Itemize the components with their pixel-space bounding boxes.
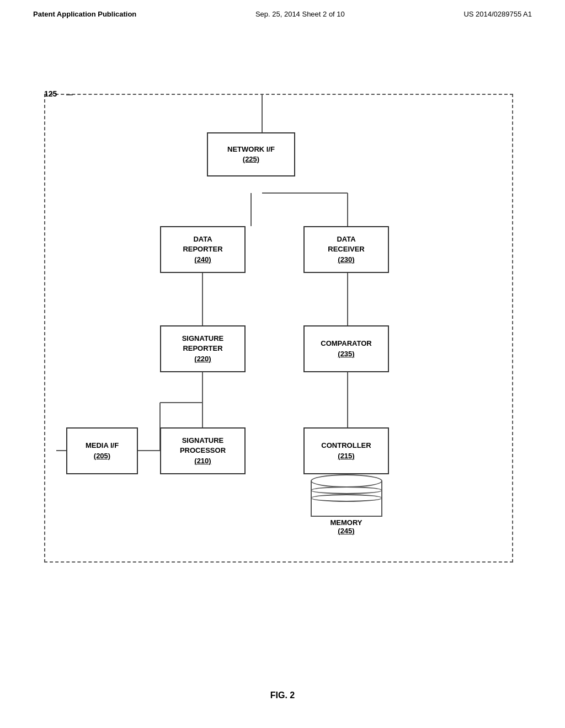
block-data-receiver: DATA RECEIVER (230)	[303, 226, 389, 273]
block-signature-reporter: SIGNATURE REPORTER (220)	[160, 325, 246, 372]
page-header: Patent Application Publication Sep. 25, …	[0, 0, 565, 18]
memory-label-ref: (245)	[330, 527, 362, 535]
memory-label-l1: MEMORY	[330, 518, 362, 527]
block-controller-ref: (215)	[338, 451, 354, 461]
block-data-reporter-l2: REPORTER	[183, 244, 222, 254]
cylinder-line2	[311, 494, 382, 502]
block-network-if-ref: (225)	[243, 154, 259, 164]
block-controller-l1: CONTROLLER	[321, 441, 371, 451]
block-comparator: COMPARATOR (235)	[303, 325, 389, 372]
block-network-if-label: NETWORK I/F	[227, 144, 275, 154]
figure-caption: FIG. 2	[0, 690, 565, 700]
label-arrow	[45, 89, 73, 100]
block-sig-proc-l1: SIGNATURE	[182, 436, 224, 446]
block-sig-reporter-l1: SIGNATURE	[182, 334, 224, 344]
block-data-reporter-ref: (240)	[194, 255, 211, 265]
block-data-reporter-l1: DATA	[193, 234, 212, 244]
block-data-receiver-l1: DATA	[337, 234, 355, 244]
diagram-area: 125 NETWORK I/F (225) DATA REPORTER (240…	[33, 77, 530, 601]
block-data-receiver-l2: RECEIVER	[328, 244, 364, 254]
memory-cylinder-shape	[311, 474, 382, 516]
block-sig-reporter-ref: (220)	[194, 354, 211, 364]
block-sig-proc-l2: PROCESSOR	[180, 446, 226, 456]
block-comparator-l1: COMPARATOR	[321, 339, 371, 349]
cylinder-line1	[311, 486, 382, 494]
block-sig-reporter-l2: REPORTER	[183, 344, 222, 354]
block-data-reporter: DATA REPORTER (240)	[160, 226, 246, 273]
block-sig-proc-ref: (210)	[194, 456, 211, 466]
cylinder-top	[311, 474, 382, 488]
header-publication-type: Patent Application Publication	[33, 10, 136, 18]
block-network-if: NETWORK I/F (225)	[207, 132, 295, 176]
block-signature-processor: SIGNATURE PROCESSOR (210)	[160, 427, 246, 474]
block-media-if-l1: MEDIA I/F	[86, 441, 119, 451]
block-comparator-ref: (235)	[338, 349, 354, 359]
header-date-sheet: Sep. 25, 2014 Sheet 2 of 10	[255, 10, 345, 18]
block-controller: CONTROLLER (215)	[303, 427, 389, 474]
block-media-if: MEDIA I/F (205)	[66, 427, 138, 474]
block-media-if-ref: (205)	[94, 451, 110, 461]
memory-label: MEMORY (245)	[330, 518, 362, 535]
block-data-receiver-ref: (230)	[338, 255, 354, 265]
header-patent-number: US 2014/0289755 A1	[463, 10, 532, 18]
block-memory: MEMORY (245)	[303, 474, 389, 535]
